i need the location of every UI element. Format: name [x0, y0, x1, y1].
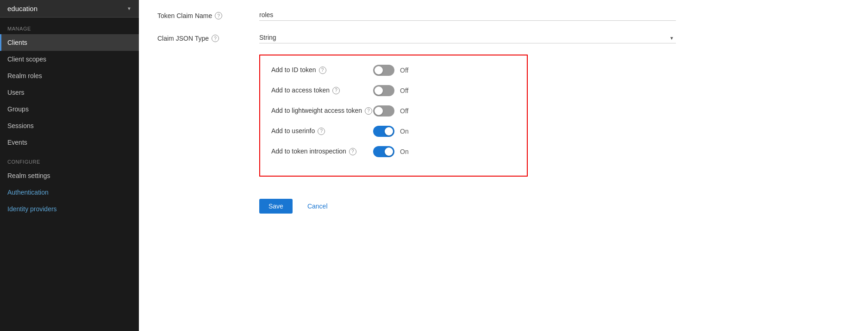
sidebar-section-label-configure: Configure — [0, 151, 139, 167]
add-to-id-token-toggle[interactable] — [373, 65, 394, 76]
add-to-token-introspection-toggle[interactable] — [373, 146, 394, 157]
sidebar-item-sessions[interactable]: Sessions — [0, 117, 139, 134]
add-to-userinfo-status: On — [400, 128, 409, 135]
add-to-token-introspection-status: On — [400, 148, 409, 155]
toggles-box: Add to ID token?OffAdd to access token?O… — [259, 55, 528, 177]
add-to-access-token-help-icon[interactable]: ? — [332, 87, 340, 94]
save-button[interactable]: Save — [259, 199, 293, 214]
claim-json-type-select-wrapper: String long int boolean JSON ▼ — [259, 32, 676, 43]
form-actions: Save Cancel — [157, 199, 849, 214]
sidebar-item-users[interactable]: Users — [0, 84, 139, 101]
claim-json-type-label: Claim JSON Type ? — [157, 32, 259, 42]
add-to-id-token-help-icon[interactable]: ? — [319, 67, 326, 74]
toggle-row-add-to-id-token: Add to ID token?Off — [271, 65, 516, 76]
sidebar-item-clients[interactable]: Clients — [0, 34, 139, 51]
sidebar: education ▼ ManageClientsClient scopesRe… — [0, 0, 139, 331]
toggle-row-add-to-token-introspection: Add to token introspection?On — [271, 146, 516, 157]
toggle-row-add-to-userinfo: Add to userinfo?On — [271, 126, 516, 137]
sidebar-item-identity-providers[interactable]: Identity providers — [0, 201, 139, 217]
sidebar-item-groups[interactable]: Groups — [0, 101, 139, 117]
toggle-label-add-to-lightweight-access-token: Add to lightweight access token? — [271, 106, 373, 116]
add-to-access-token-toggle[interactable] — [373, 85, 394, 96]
add-to-lightweight-access-token-help-icon[interactable]: ? — [365, 107, 372, 115]
sidebar-item-client-scopes[interactable]: Client scopes — [0, 51, 139, 67]
toggle-label-add-to-access-token: Add to access token? — [271, 86, 373, 95]
sidebar-section-label-manage: Manage — [0, 18, 139, 34]
toggle-row-add-to-lightweight-access-token: Add to lightweight access token?Off — [271, 105, 516, 116]
add-to-id-token-status: Off — [400, 67, 408, 74]
add-to-userinfo-help-icon[interactable]: ? — [318, 128, 325, 135]
token-claim-name-label: Token Claim Name ? — [157, 9, 259, 19]
sidebar-item-events[interactable]: Events — [0, 134, 139, 151]
token-claim-name-value — [259, 9, 849, 21]
add-to-access-token-status: Off — [400, 87, 408, 94]
add-to-lightweight-access-token-status: Off — [400, 107, 408, 115]
main-content: Token Claim Name ? Claim JSON Type ? Str… — [139, 0, 868, 331]
toggle-label-add-to-token-introspection: Add to token introspection? — [271, 147, 373, 156]
sidebar-item-authentication[interactable]: Authentication — [0, 184, 139, 201]
claim-json-type-row: Claim JSON Type ? String long int boolea… — [157, 32, 849, 43]
add-to-token-introspection-help-icon[interactable]: ? — [349, 148, 356, 155]
claim-json-type-help-icon[interactable]: ? — [212, 35, 219, 42]
toggle-label-add-to-id-token: Add to ID token? — [271, 66, 373, 75]
add-to-userinfo-toggle[interactable] — [373, 126, 394, 137]
sidebar-item-realm-settings[interactable]: Realm settings — [0, 167, 139, 184]
claim-json-type-value: String long int boolean JSON ▼ — [259, 32, 849, 43]
content-area: Token Claim Name ? Claim JSON Type ? Str… — [139, 0, 868, 223]
claim-json-type-select[interactable]: String long int boolean JSON — [259, 32, 676, 43]
toggle-label-add-to-userinfo: Add to userinfo? — [271, 127, 373, 136]
token-claim-name-row: Token Claim Name ? — [157, 9, 849, 21]
realm-name: education — [7, 5, 37, 12]
realm-arrow-icon: ▼ — [127, 6, 131, 11]
toggle-row-add-to-access-token: Add to access token?Off — [271, 85, 516, 96]
sidebar-item-realm-roles[interactable]: Realm roles — [0, 67, 139, 84]
cancel-button[interactable]: Cancel — [300, 199, 335, 214]
token-claim-name-help-icon[interactable]: ? — [215, 12, 222, 19]
token-claim-name-input[interactable] — [259, 9, 676, 21]
realm-selector[interactable]: education ▼ — [0, 0, 139, 18]
add-to-lightweight-access-token-toggle[interactable] — [373, 105, 394, 116]
